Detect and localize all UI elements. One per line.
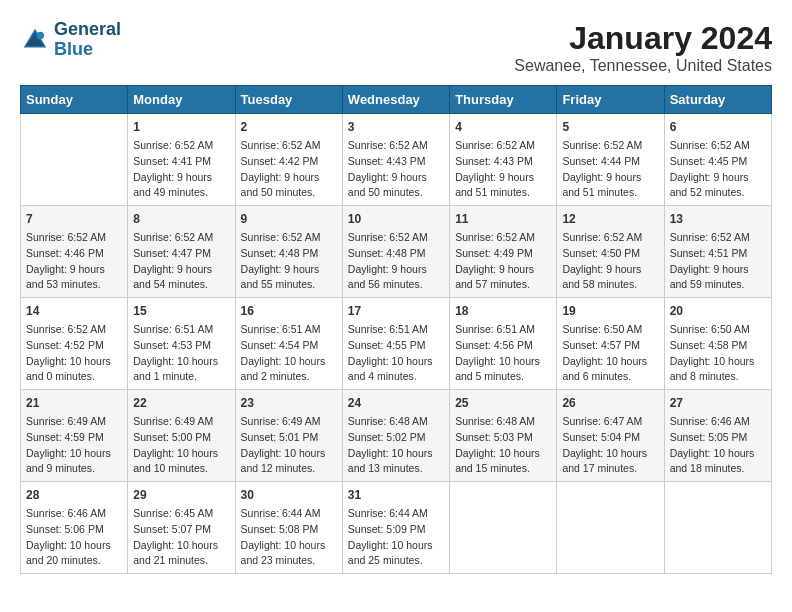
day-content: Sunrise: 6:49 AM Sunset: 4:59 PM Dayligh…: [26, 414, 122, 477]
calendar-cell: 13Sunrise: 6:52 AM Sunset: 4:51 PM Dayli…: [664, 206, 771, 298]
day-number: 1: [133, 118, 229, 136]
calendar-cell: 14Sunrise: 6:52 AM Sunset: 4:52 PM Dayli…: [21, 298, 128, 390]
day-content: Sunrise: 6:44 AM Sunset: 5:08 PM Dayligh…: [241, 506, 337, 569]
day-content: Sunrise: 6:51 AM Sunset: 4:54 PM Dayligh…: [241, 322, 337, 385]
day-content: Sunrise: 6:49 AM Sunset: 5:00 PM Dayligh…: [133, 414, 229, 477]
day-number: 16: [241, 302, 337, 320]
day-content: Sunrise: 6:48 AM Sunset: 5:03 PM Dayligh…: [455, 414, 551, 477]
day-number: 15: [133, 302, 229, 320]
calendar-cell: 4Sunrise: 6:52 AM Sunset: 4:43 PM Daylig…: [450, 114, 557, 206]
page-header: General Blue January 2024 Sewanee, Tenne…: [20, 20, 772, 75]
calendar-cell: [450, 482, 557, 574]
day-content: Sunrise: 6:52 AM Sunset: 4:48 PM Dayligh…: [348, 230, 444, 293]
calendar-cell: 31Sunrise: 6:44 AM Sunset: 5:09 PM Dayli…: [342, 482, 449, 574]
page-title: January 2024: [514, 20, 772, 57]
day-number: 8: [133, 210, 229, 228]
calendar-cell: 7Sunrise: 6:52 AM Sunset: 4:46 PM Daylig…: [21, 206, 128, 298]
day-number: 25: [455, 394, 551, 412]
calendar-cell: 2Sunrise: 6:52 AM Sunset: 4:42 PM Daylig…: [235, 114, 342, 206]
day-number: 14: [26, 302, 122, 320]
day-number: 10: [348, 210, 444, 228]
calendar-cell: 6Sunrise: 6:52 AM Sunset: 4:45 PM Daylig…: [664, 114, 771, 206]
day-content: Sunrise: 6:46 AM Sunset: 5:06 PM Dayligh…: [26, 506, 122, 569]
day-number: 5: [562, 118, 658, 136]
calendar-cell: 10Sunrise: 6:52 AM Sunset: 4:48 PM Dayli…: [342, 206, 449, 298]
calendar-cell: 25Sunrise: 6:48 AM Sunset: 5:03 PM Dayli…: [450, 390, 557, 482]
calendar-cell: 16Sunrise: 6:51 AM Sunset: 4:54 PM Dayli…: [235, 298, 342, 390]
day-number: 21: [26, 394, 122, 412]
day-content: Sunrise: 6:52 AM Sunset: 4:44 PM Dayligh…: [562, 138, 658, 201]
day-number: 29: [133, 486, 229, 504]
calendar-cell: 23Sunrise: 6:49 AM Sunset: 5:01 PM Dayli…: [235, 390, 342, 482]
calendar-body: 1Sunrise: 6:52 AM Sunset: 4:41 PM Daylig…: [21, 114, 772, 574]
day-number: 23: [241, 394, 337, 412]
day-number: 13: [670, 210, 766, 228]
calendar-cell: 29Sunrise: 6:45 AM Sunset: 5:07 PM Dayli…: [128, 482, 235, 574]
day-number: 20: [670, 302, 766, 320]
calendar-cell: 8Sunrise: 6:52 AM Sunset: 4:47 PM Daylig…: [128, 206, 235, 298]
day-content: Sunrise: 6:46 AM Sunset: 5:05 PM Dayligh…: [670, 414, 766, 477]
calendar-cell: [21, 114, 128, 206]
calendar-table: SundayMondayTuesdayWednesdayThursdayFrid…: [20, 85, 772, 574]
day-content: Sunrise: 6:52 AM Sunset: 4:46 PM Dayligh…: [26, 230, 122, 293]
day-content: Sunrise: 6:52 AM Sunset: 4:49 PM Dayligh…: [455, 230, 551, 293]
day-content: Sunrise: 6:48 AM Sunset: 5:02 PM Dayligh…: [348, 414, 444, 477]
day-number: 11: [455, 210, 551, 228]
day-number: 24: [348, 394, 444, 412]
day-number: 26: [562, 394, 658, 412]
logo-icon: [20, 25, 50, 55]
day-content: Sunrise: 6:45 AM Sunset: 5:07 PM Dayligh…: [133, 506, 229, 569]
calendar-header: SundayMondayTuesdayWednesdayThursdayFrid…: [21, 86, 772, 114]
page-subtitle: Sewanee, Tennessee, United States: [514, 57, 772, 75]
day-number: 27: [670, 394, 766, 412]
week-row-1: 1Sunrise: 6:52 AM Sunset: 4:41 PM Daylig…: [21, 114, 772, 206]
calendar-cell: 21Sunrise: 6:49 AM Sunset: 4:59 PM Dayli…: [21, 390, 128, 482]
day-number: 28: [26, 486, 122, 504]
logo-line2: Blue: [54, 39, 93, 59]
calendar-cell: 3Sunrise: 6:52 AM Sunset: 4:43 PM Daylig…: [342, 114, 449, 206]
calendar-cell: 15Sunrise: 6:51 AM Sunset: 4:53 PM Dayli…: [128, 298, 235, 390]
header-cell-thursday: Thursday: [450, 86, 557, 114]
header-row: SundayMondayTuesdayWednesdayThursdayFrid…: [21, 86, 772, 114]
day-content: Sunrise: 6:52 AM Sunset: 4:51 PM Dayligh…: [670, 230, 766, 293]
week-row-2: 7Sunrise: 6:52 AM Sunset: 4:46 PM Daylig…: [21, 206, 772, 298]
header-cell-sunday: Sunday: [21, 86, 128, 114]
week-row-4: 21Sunrise: 6:49 AM Sunset: 4:59 PM Dayli…: [21, 390, 772, 482]
week-row-5: 28Sunrise: 6:46 AM Sunset: 5:06 PM Dayli…: [21, 482, 772, 574]
day-number: 2: [241, 118, 337, 136]
day-content: Sunrise: 6:44 AM Sunset: 5:09 PM Dayligh…: [348, 506, 444, 569]
svg-point-2: [37, 32, 45, 40]
calendar-cell: 22Sunrise: 6:49 AM Sunset: 5:00 PM Dayli…: [128, 390, 235, 482]
day-content: Sunrise: 6:50 AM Sunset: 4:57 PM Dayligh…: [562, 322, 658, 385]
day-number: 9: [241, 210, 337, 228]
calendar-cell: 9Sunrise: 6:52 AM Sunset: 4:48 PM Daylig…: [235, 206, 342, 298]
day-content: Sunrise: 6:52 AM Sunset: 4:43 PM Dayligh…: [455, 138, 551, 201]
day-content: Sunrise: 6:52 AM Sunset: 4:43 PM Dayligh…: [348, 138, 444, 201]
calendar-cell: 24Sunrise: 6:48 AM Sunset: 5:02 PM Dayli…: [342, 390, 449, 482]
title-block: January 2024 Sewanee, Tennessee, United …: [514, 20, 772, 75]
calendar-cell: 30Sunrise: 6:44 AM Sunset: 5:08 PM Dayli…: [235, 482, 342, 574]
day-number: 12: [562, 210, 658, 228]
day-content: Sunrise: 6:49 AM Sunset: 5:01 PM Dayligh…: [241, 414, 337, 477]
day-content: Sunrise: 6:51 AM Sunset: 4:53 PM Dayligh…: [133, 322, 229, 385]
day-number: 22: [133, 394, 229, 412]
calendar-cell: 19Sunrise: 6:50 AM Sunset: 4:57 PM Dayli…: [557, 298, 664, 390]
calendar-cell: 18Sunrise: 6:51 AM Sunset: 4:56 PM Dayli…: [450, 298, 557, 390]
week-row-3: 14Sunrise: 6:52 AM Sunset: 4:52 PM Dayli…: [21, 298, 772, 390]
day-content: Sunrise: 6:52 AM Sunset: 4:52 PM Dayligh…: [26, 322, 122, 385]
day-number: 3: [348, 118, 444, 136]
day-number: 31: [348, 486, 444, 504]
header-cell-friday: Friday: [557, 86, 664, 114]
day-content: Sunrise: 6:51 AM Sunset: 4:56 PM Dayligh…: [455, 322, 551, 385]
day-number: 4: [455, 118, 551, 136]
header-cell-tuesday: Tuesday: [235, 86, 342, 114]
calendar-cell: 20Sunrise: 6:50 AM Sunset: 4:58 PM Dayli…: [664, 298, 771, 390]
day-number: 19: [562, 302, 658, 320]
calendar-cell: 28Sunrise: 6:46 AM Sunset: 5:06 PM Dayli…: [21, 482, 128, 574]
day-content: Sunrise: 6:52 AM Sunset: 4:48 PM Dayligh…: [241, 230, 337, 293]
day-content: Sunrise: 6:50 AM Sunset: 4:58 PM Dayligh…: [670, 322, 766, 385]
calendar-cell: 27Sunrise: 6:46 AM Sunset: 5:05 PM Dayli…: [664, 390, 771, 482]
day-content: Sunrise: 6:52 AM Sunset: 4:50 PM Dayligh…: [562, 230, 658, 293]
calendar-cell: [557, 482, 664, 574]
calendar-cell: 26Sunrise: 6:47 AM Sunset: 5:04 PM Dayli…: [557, 390, 664, 482]
